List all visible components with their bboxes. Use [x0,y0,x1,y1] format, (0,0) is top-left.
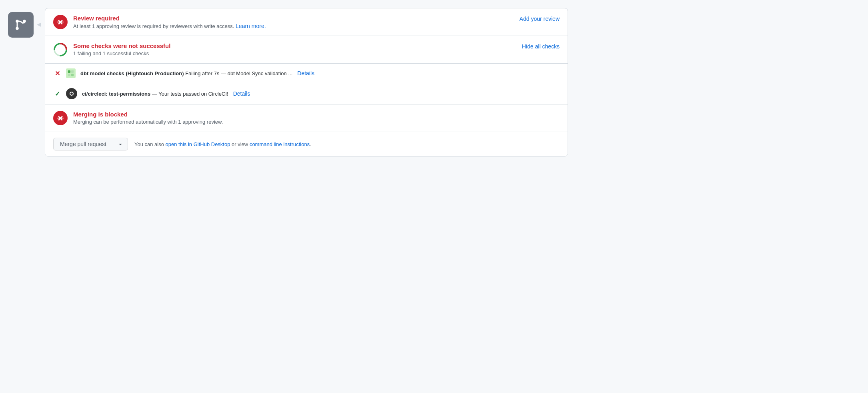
check-pass-icon: ✓ [53,90,61,98]
merging-blocked-section: Merging is blocked Merging can be perfor… [45,104,568,132]
add-review-button[interactable]: Add your review [520,15,560,22]
merge-dropdown-button[interactable] [113,138,128,150]
checks-section-left: Some checks were not successful 1 failin… [53,42,516,57]
merging-blocked-icon [53,111,68,125]
merge-btn-group: Merge pull request [53,138,128,150]
git-icon-box [8,12,34,38]
merge-status-panel: Review required At least 1 approving rev… [45,8,568,156]
arrow-indicator: ◂ [37,8,45,29]
check-row-dbt: ✕ dbt model checks (Hightouch Production… [45,64,568,83]
circleci-check-name: ci/circleci: test-permissions [82,91,150,97]
review-required-icon [53,15,68,29]
checks-title: Some checks were not successful [73,42,516,49]
git-network-icon [14,18,28,32]
svg-rect-7 [68,70,70,73]
dbt-details-link[interactable]: Details [297,70,314,76]
circleci-check-desc: — Your tests passed on CircleCI! [152,91,228,97]
check-fail-icon: ✕ [53,70,61,77]
hide-checks-button[interactable]: Hide all checks [522,42,560,50]
learn-more-link[interactable]: Learn more. [236,22,266,29]
review-required-title: Review required [73,15,513,22]
merge-also-text: You can also open this in GitHub Desktop… [134,141,311,147]
chevron-down-icon [117,141,124,147]
circleci-check-text: ci/circleci: test-permissions — Your tes… [82,91,228,97]
dbt-check-name: dbt model checks (Hightouch Production) [80,70,184,76]
merging-blocked-content: Merging is blocked Merging can be perfor… [73,111,560,125]
circleci-icon [66,88,77,99]
partial-circle-icon [53,42,68,57]
checks-section-content: Some checks were not successful 1 failin… [73,42,516,56]
merge-pull-request-button[interactable]: Merge pull request [53,138,113,150]
hightouch-icon [66,68,76,78]
svg-rect-10 [71,74,74,76]
circleci-details-link[interactable]: Details [233,90,250,97]
merging-blocked-title: Merging is blocked [73,111,560,118]
review-required-content: Review required At least 1 approving rev… [73,15,513,29]
merge-button-row: Merge pull request You can also open thi… [45,132,568,156]
review-required-section: Review required At least 1 approving rev… [45,8,568,36]
merging-blocked-desc: Merging can be performed automatically w… [73,119,560,125]
dbt-check-text: dbt model checks (Hightouch Production) … [80,70,292,76]
checks-section: Some checks were not successful 1 failin… [45,36,568,64]
command-line-link[interactable]: command line instructions [250,141,310,147]
svg-rect-9 [68,74,70,76]
open-github-desktop-link[interactable]: open this in GitHub Desktop [166,141,230,147]
check-row-circleci: ✓ ci/circleci: test-permissions — Your t… [45,83,568,104]
merging-blocked-left: Merging is blocked Merging can be perfor… [53,111,560,125]
checks-desc: 1 failing and 1 successful checks [73,50,516,56]
review-required-desc: At least 1 approving review is required … [73,23,513,29]
review-required-left: Review required At least 1 approving rev… [53,15,513,29]
svg-rect-8 [71,70,74,73]
dbt-check-desc: Failing after 7s — dbt Model Sync valida… [185,70,292,76]
